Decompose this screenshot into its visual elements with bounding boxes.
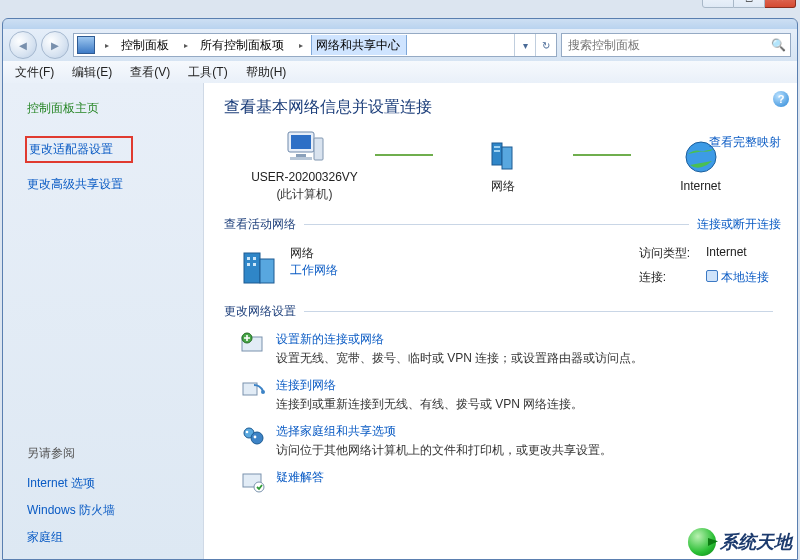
- content-area: 控制面板主页 更改适配器设置 更改高级共享设置 另请参阅 Internet 选项…: [3, 83, 797, 559]
- svg-point-20: [261, 390, 265, 394]
- svg-point-23: [246, 431, 249, 434]
- sidebar-homegroup[interactable]: 家庭组: [25, 524, 195, 551]
- control-panel-icon: [77, 36, 95, 54]
- sidebar: 控制面板主页 更改适配器设置 更改高级共享设置 另请参阅 Internet 选项…: [3, 83, 203, 559]
- active-networks-header: 查看活动网络 连接或断开连接: [224, 216, 781, 233]
- svg-rect-4: [290, 157, 312, 160]
- close-button[interactable]: ✕: [765, 0, 796, 8]
- svg-rect-3: [296, 154, 306, 157]
- chevron-right-icon[interactable]: ▸: [180, 41, 192, 50]
- svg-rect-11: [244, 253, 260, 283]
- connect-network-icon: [240, 377, 266, 403]
- active-network-name: 网络: [290, 245, 639, 262]
- svg-rect-16: [253, 263, 256, 266]
- menu-file[interactable]: 文件(F): [7, 62, 62, 83]
- local-connection-link[interactable]: 本地连接: [721, 270, 769, 284]
- computer-icon: [284, 128, 326, 168]
- task-homegroup-sharing-desc: 访问位于其他网络计算机上的文件和打印机，或更改共享设置。: [276, 442, 777, 459]
- help-icon[interactable]: ?: [773, 91, 789, 107]
- change-settings-title: 更改网络设置: [224, 303, 296, 320]
- change-settings-header: 更改网络设置: [224, 303, 781, 320]
- search-input[interactable]: [566, 37, 771, 53]
- task-setup-connection-desc: 设置无线、宽带、拨号、临时或 VPN 连接；或设置路由器或访问点。: [276, 350, 777, 367]
- active-network-row: 网络 工作网络 访问类型: Internet 连接: 本地连接: [224, 239, 781, 289]
- chevron-right-icon[interactable]: ▸: [101, 41, 113, 50]
- svg-rect-8: [494, 150, 500, 152]
- svg-point-22: [251, 432, 263, 444]
- refresh-button[interactable]: ↻: [535, 34, 556, 56]
- menu-tools[interactable]: 工具(T): [180, 62, 235, 83]
- setup-connection-icon: [240, 331, 266, 357]
- access-type-value: Internet: [706, 245, 769, 266]
- active-network-props: 访问类型: Internet 连接: 本地连接: [639, 245, 769, 289]
- node-pc-sublabel: (此计算机): [277, 187, 333, 202]
- svg-rect-15: [247, 263, 250, 266]
- active-networks-title: 查看活动网络: [224, 216, 296, 233]
- main-panel: ? 查看基本网络信息并设置连接 查看完整映射 USER-2020032: [203, 83, 797, 559]
- network-map: 查看完整映射 USER-20200326VY (此计算机): [224, 128, 781, 202]
- task-setup-connection: 设置新的连接或网络 设置无线、宽带、拨号、临时或 VPN 连接；或设置路由器或访…: [224, 326, 781, 372]
- menu-help[interactable]: 帮助(H): [238, 62, 295, 83]
- nav-bar: ◄ ► ▸ 控制面板 ▸ 所有控制面板项 ▸ 网络和共享中心 ▾ ↻ 🔍: [3, 29, 797, 62]
- highlight-box: 更改适配器设置: [25, 136, 133, 163]
- node-network[interactable]: 网络: [433, 137, 573, 194]
- node-this-pc[interactable]: USER-20200326VY (此计算机): [235, 128, 375, 202]
- task-troubleshoot: 疑难解答: [224, 464, 781, 500]
- svg-rect-7: [494, 146, 500, 148]
- sidebar-seealso-label: 另请参阅: [25, 441, 195, 470]
- task-list: 设置新的连接或网络 设置无线、宽带、拨号、临时或 VPN 连接；或设置路由器或访…: [224, 326, 781, 500]
- connector-line: [573, 154, 631, 156]
- maximize-button[interactable]: ◻: [734, 0, 765, 8]
- menu-edit[interactable]: 编辑(E): [64, 62, 120, 83]
- title-bar[interactable]: [3, 19, 797, 29]
- building-icon: [236, 245, 280, 289]
- back-button[interactable]: ◄: [9, 31, 37, 59]
- connect-disconnect-link[interactable]: 连接或断开连接: [697, 216, 781, 233]
- crumb-network-center[interactable]: 网络和共享中心: [311, 35, 407, 55]
- svg-rect-6: [502, 147, 512, 169]
- sidebar-windows-firewall[interactable]: Windows 防火墙: [25, 497, 195, 524]
- connector-line: [375, 154, 433, 156]
- crumb-control-panel[interactable]: 控制面板: [117, 34, 176, 56]
- sidebar-advanced-sharing[interactable]: 更改高级共享设置: [25, 171, 195, 198]
- connection-label: 连接:: [639, 269, 690, 290]
- search-icon[interactable]: 🔍: [771, 38, 786, 52]
- sidebar-adapter-settings[interactable]: 更改适配器设置: [25, 136, 195, 163]
- active-network-info: 网络 工作网络: [290, 245, 639, 289]
- svg-point-24: [254, 436, 257, 439]
- task-setup-connection-link[interactable]: 设置新的连接或网络: [276, 331, 777, 348]
- task-homegroup-sharing-link[interactable]: 选择家庭组和共享选项: [276, 423, 777, 440]
- forward-button[interactable]: ►: [41, 31, 69, 59]
- svg-rect-14: [253, 257, 256, 260]
- chevron-right-icon[interactable]: ▸: [295, 41, 307, 50]
- svg-point-26: [254, 482, 264, 492]
- plug-icon: [706, 270, 718, 282]
- task-connect-network: 连接到网络 连接到或重新连接到无线、有线、拨号或 VPN 网络连接。: [224, 372, 781, 418]
- homegroup-icon: [240, 423, 266, 449]
- node-network-label: 网络: [491, 179, 515, 194]
- address-dropdown-button[interactable]: ▾: [514, 34, 535, 56]
- view-full-map-link[interactable]: 查看完整映射: [709, 134, 781, 151]
- troubleshoot-icon: [240, 469, 266, 495]
- node-pc-label: USER-20200326VY: [251, 170, 358, 185]
- address-tail: ▾ ↻: [514, 34, 556, 56]
- svg-rect-12: [260, 259, 274, 283]
- divider: [304, 311, 773, 312]
- menu-bar: 文件(F) 编辑(E) 查看(V) 工具(T) 帮助(H): [3, 61, 797, 84]
- address-bar[interactable]: ▸ 控制面板 ▸ 所有控制面板项 ▸ 网络和共享中心 ▾ ↻: [73, 33, 557, 57]
- minimize-button[interactable]: —: [702, 0, 734, 8]
- task-connect-network-desc: 连接到或重新连接到无线、有线、拨号或 VPN 网络连接。: [276, 396, 777, 413]
- network-icon: [482, 137, 524, 177]
- search-box[interactable]: 🔍: [561, 33, 791, 57]
- task-homegroup-sharing: 选择家庭组和共享选项 访问位于其他网络计算机上的文件和打印机，或更改共享设置。: [224, 418, 781, 464]
- explorer-window: ◄ ► ▸ 控制面板 ▸ 所有控制面板项 ▸ 网络和共享中心 ▾ ↻ 🔍 文件(…: [2, 18, 798, 560]
- sidebar-internet-options[interactable]: Internet 选项: [25, 470, 195, 497]
- active-network-category-link[interactable]: 工作网络: [290, 262, 639, 279]
- crumb-all-items[interactable]: 所有控制面板项: [196, 34, 291, 56]
- task-troubleshoot-link[interactable]: 疑难解答: [276, 469, 777, 486]
- svg-rect-2: [314, 138, 323, 160]
- sidebar-home[interactable]: 控制面板主页: [25, 95, 195, 122]
- divider: [304, 224, 689, 225]
- menu-view[interactable]: 查看(V): [122, 62, 178, 83]
- task-connect-network-link[interactable]: 连接到网络: [276, 377, 777, 394]
